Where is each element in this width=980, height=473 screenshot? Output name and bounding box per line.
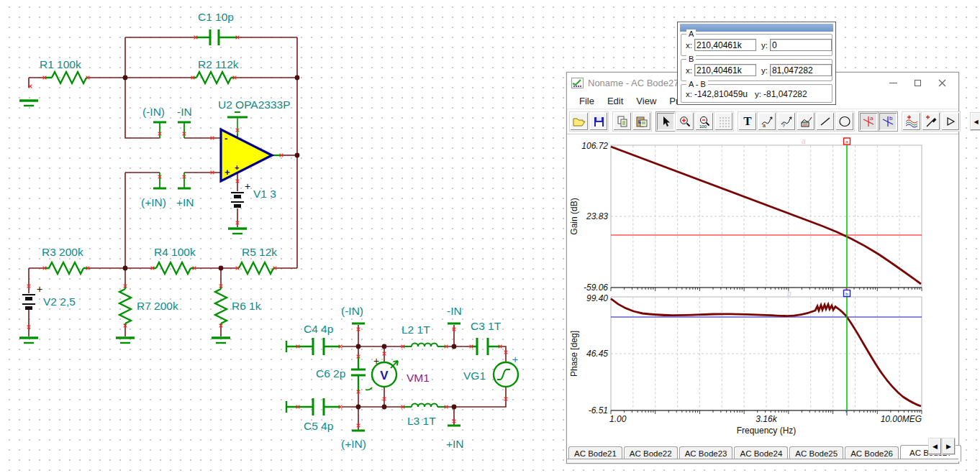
component-opamp-u2[interactable]: - + + <box>221 129 272 181</box>
label-vg1-plus: + <box>512 354 518 365</box>
cursor-b-handle[interactable]: b <box>844 290 850 297</box>
label-in-minus-paren: (-IN) <box>142 106 165 118</box>
cursor-b-button[interactable]: b <box>879 112 897 131</box>
paste-icon <box>636 116 648 127</box>
text-tool-icon: T <box>743 114 751 129</box>
component-r6 <box>215 286 227 326</box>
circle-icon <box>838 116 851 127</box>
save-floppy-icon <box>594 116 604 127</box>
component-r7 <box>119 286 131 326</box>
save-button[interactable] <box>589 112 608 131</box>
label-r4: R4 100k <box>154 246 196 258</box>
cursor-a-handle[interactable]: a <box>844 138 850 144</box>
annotate-q-button[interactable]: ? <box>777 112 796 131</box>
cursor-panel-titlebar[interactable] <box>680 24 833 32</box>
label-meas-in-minus: -IN <box>447 305 462 317</box>
label-meas-in-plus: +IN <box>446 438 464 450</box>
phase-axis-title: Phase [deg] <box>569 331 579 377</box>
phase-tick-bottom: -6.51 <box>589 405 608 415</box>
junction-dots <box>123 75 457 410</box>
schematic-canvas[interactable]: - + + V C <box>0 0 568 473</box>
component-r4 <box>153 262 194 274</box>
components[interactable] <box>45 29 500 415</box>
battery-v2[interactable] <box>22 295 35 308</box>
open-button[interactable] <box>570 112 589 131</box>
cursor-a-icon: a <box>862 115 875 128</box>
label-meas-in-plus-paren: (+IN) <box>341 438 366 450</box>
zoom-in-button[interactable] <box>676 112 694 131</box>
minimize-button[interactable] <box>881 75 905 91</box>
cursor-ab-group: A - B x: -142,810459u y: -81,047282 <box>681 84 832 103</box>
cursor-ab-y-label: y: <box>755 90 761 98</box>
pin-marks <box>27 36 508 428</box>
open-folder-icon <box>573 116 586 127</box>
maximize-button[interactable] <box>905 75 930 91</box>
component-r2 <box>193 72 235 83</box>
nav-left-button[interactable]: ◀ <box>971 113 980 130</box>
pointer-arrow-icon <box>661 116 671 127</box>
label-c3: C3 1T <box>471 320 502 332</box>
add-curves-button[interactable] <box>902 112 921 131</box>
grid-button[interactable] <box>714 112 733 131</box>
circle-tool-button[interactable] <box>835 112 854 131</box>
cursor-b-x-label: x: <box>686 66 692 75</box>
terminal-in-minus-paren <box>153 122 166 138</box>
label-vm1-plus: + <box>373 355 379 367</box>
cursor-b-y-label: y: <box>761 66 768 75</box>
maximize-icon <box>915 80 921 86</box>
schematic-labels: C1 10p R1 100k R2 112k U2 OPA2333P (-IN)… <box>37 11 518 450</box>
component-c6 <box>351 357 366 392</box>
cursor-a-x-label: x: <box>686 41 692 50</box>
component-c3 <box>471 338 500 355</box>
menu-edit[interactable]: Edit <box>601 94 630 108</box>
terminals[interactable] <box>153 122 460 431</box>
component-c4 <box>286 338 340 355</box>
svg-text:a: a <box>870 115 874 121</box>
component-vm1[interactable]: V <box>366 361 398 390</box>
label-v1: V1 3 <box>253 188 276 200</box>
tab-scroll-right-button[interactable]: ▶ <box>943 438 955 454</box>
svg-text:?: ? <box>782 123 785 128</box>
text-tool-button[interactable]: T <box>738 112 757 131</box>
component-r3 <box>45 262 88 274</box>
copy-icon <box>617 116 628 127</box>
label-vm1: VM1 <box>407 372 430 384</box>
cursor-b-x-input[interactable] <box>694 64 756 76</box>
opamp-plus-sign: + <box>224 167 230 178</box>
cursor-b-y-input[interactable] <box>770 64 832 76</box>
component-vg1[interactable] <box>494 362 518 387</box>
play-button[interactable] <box>941 112 960 131</box>
bode-plots[interactable]: a b a b 106.72 23.83 -59.06 99.40 46.45 … <box>567 136 960 444</box>
legend-tool-button[interactable] <box>797 112 815 131</box>
x-axis-title: Frequency (Hz) <box>737 426 797 436</box>
line-tool-button[interactable] <box>816 112 835 131</box>
label-r2: R2 112k <box>198 58 239 70</box>
cursor-b-group-label: B <box>686 55 696 63</box>
zoom-in-icon <box>679 116 691 127</box>
label-v1-plus: + <box>245 180 250 192</box>
copy-button[interactable] <box>613 112 632 131</box>
paste-button[interactable] <box>632 112 651 131</box>
svg-text:100: 100 <box>699 124 707 128</box>
label-r5: R5 12k <box>242 246 277 258</box>
cursor-a-button[interactable]: a <box>859 112 878 131</box>
nav-left-icon: ◀ <box>974 119 978 125</box>
component-c1 <box>196 29 237 45</box>
close-button[interactable] <box>930 75 954 91</box>
label-c4: C4 4p <box>304 323 333 335</box>
battery-v1[interactable] <box>231 193 244 206</box>
wires <box>29 37 506 431</box>
menu-view[interactable]: View <box>630 94 663 108</box>
pick-curve-button[interactable] <box>922 112 940 131</box>
label-r6: R6 1k <box>232 300 261 312</box>
cursor-b-icon: b <box>881 115 894 128</box>
label-u2: U2 OPA2333P <box>218 98 291 111</box>
annotate-a-button[interactable]: a <box>758 112 776 131</box>
menu-file[interactable]: File <box>573 94 601 108</box>
zoom-100-button[interactable]: 100 <box>695 112 714 131</box>
select-pointer-button[interactable] <box>656 112 675 131</box>
cursor-a-x-input[interactable] <box>694 39 756 51</box>
x-tick-max: 10.00MEG <box>881 414 922 424</box>
tab-scroll-left-button[interactable]: ◀ <box>929 438 941 454</box>
cursor-a-y-input[interactable] <box>770 39 832 51</box>
